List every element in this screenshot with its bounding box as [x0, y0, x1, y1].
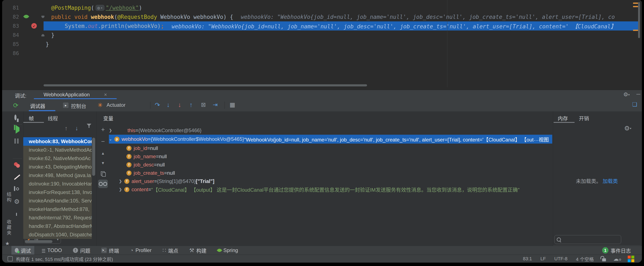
editor-horizontal-scrollbar[interactable] [44, 84, 367, 86]
code-line-86[interactable]: 86 [2, 49, 642, 58]
stack-frame[interactable]: invoke0:-1, NativeMethodAc [23, 146, 92, 154]
toolwindow-terminal[interactable]: >_ 终端 [98, 246, 122, 255]
step-into-icon[interactable]: ↓ [166, 101, 170, 108]
variable-row-content[interactable]: ❯ f content = "【CloudCanal】 【output】 这是一… [109, 185, 551, 194]
code-line-83[interactable]: 83 ✔ System.out.println(webhookVo); webh… [2, 21, 642, 31]
caret-position[interactable]: 83:1 [523, 256, 532, 261]
variable-row-job-id[interactable]: f job_id = null [109, 144, 551, 152]
memory-snapshot-camera-icon[interactable] [14, 187, 15, 191]
toolwindow-endpoints[interactable]: ∷ 端点 [159, 246, 182, 255]
duplicate-icon[interactable] [98, 169, 108, 178]
stack-frame[interactable]: handleInternal:792, Request [23, 213, 92, 222]
close-session-icon[interactable]: × [104, 92, 107, 98]
cloud-config-icon[interactable]: ☁⚙ [613, 256, 622, 262]
load-classes-link[interactable]: 加载类 [602, 178, 618, 184]
line-separator[interactable]: LF [540, 256, 546, 261]
variable-row-job-desc[interactable]: f job_desc = null [109, 161, 551, 169]
pause-icon[interactable] [14, 139, 18, 144]
show-watches-toggle-icon[interactable] [98, 180, 108, 188]
tab-actuator[interactable]: Actuator [106, 102, 125, 108]
stripe-structure[interactable]: 结构 [5, 192, 12, 203]
frames-horizontal-scrollbar[interactable] [25, 240, 52, 243]
stack-frame[interactable]: handle:87, AbstractHandlerM [23, 222, 92, 230]
fold-marker-icon[interactable] [42, 16, 44, 18]
step-out-icon[interactable]: ↑ [190, 101, 192, 108]
remove-watch-icon[interactable]: − [98, 137, 108, 146]
code-line-82[interactable]: 82 public void webhook(@RequestBody Webh… [2, 12, 642, 21]
view-value-link[interactable]: 视图 [539, 136, 549, 143]
background-tasks-icon[interactable] [8, 256, 13, 261]
build-status-message[interactable]: 构建在 1 sec, 515 ms内成功完成 (23 分钟之前) [16, 255, 113, 262]
memory-search-box[interactable] [554, 235, 621, 244]
tab-overhead[interactable]: 开销 [579, 114, 589, 122]
stack-frame[interactable]: invokeHandlerMethod:878, [23, 205, 92, 213]
restore-layout-icon[interactable]: ❏ [632, 101, 637, 108]
variable-row-webhookvo[interactable]: ⌄ p webhookVo = {WebhookController$Webho… [109, 135, 552, 144]
event-log-button[interactable]: 1 事件日志 [599, 246, 634, 255]
stack-frame[interactable]: invoke:43, DelegatingMetho [23, 163, 92, 171]
code-line-81[interactable]: 81 @PostMapping(◎​▾"/webhook") [2, 3, 642, 12]
toolwindow-build[interactable]: ⚒ 构建 [186, 246, 210, 255]
indent-setting[interactable]: 4 个空格 [576, 255, 594, 262]
code-editor[interactable]: 81 @PostMapping(◎​▾"/webhook") 82 public… [2, 0, 642, 90]
stack-frame[interactable]: doDispatch:1040, Dispatche [23, 230, 92, 239]
toolwindow-spring[interactable]: Spring [214, 246, 242, 255]
hide-toolwindow-icon[interactable]: ─ [636, 91, 640, 97]
add-watch-icon[interactable]: + [98, 125, 108, 134]
rerun-icon[interactable]: ⟳ [13, 102, 18, 109]
debug-body: ⚙ 帧 线程 ✔ "ht...... ▾ ↑ ↓ webhook:83, Web… [2, 111, 642, 246]
frame-down-icon[interactable]: ↓ [75, 125, 78, 132]
code-line-84[interactable]: 84 } [2, 31, 642, 40]
file-encoding[interactable]: UTF-8 [554, 256, 568, 261]
chevron-right-icon[interactable]: ❯ [109, 128, 114, 133]
settings-gear-icon[interactable]: ⚙▾ [623, 91, 630, 98]
stack-frame[interactable]: invokeAndHandle:105, Servl [23, 197, 92, 205]
memory-settings-gear-icon[interactable]: ⚙▾ [624, 124, 631, 132]
ms-colored-squares-icon[interactable] [628, 256, 634, 262]
fold-marker-icon[interactable] [42, 34, 44, 36]
resume-icon[interactable] [14, 127, 20, 131]
stack-frame[interactable]: doInvoke:190, InvocableHan [23, 180, 92, 188]
session-tab[interactable]: WebhookApplication [44, 92, 90, 98]
chevron-right-icon[interactable]: ❯ [119, 187, 124, 192]
breakpoint-icon[interactable]: ✔ [31, 23, 37, 29]
evaluate-expression-icon[interactable]: ▦ [230, 101, 235, 108]
tab-threads[interactable]: 线程 [48, 114, 58, 122]
url-mapping-inlay-icon[interactable]: ◎​▾ [96, 5, 104, 11]
toolwindow-problems[interactable]: ! 问题 [70, 246, 94, 255]
filter-funnel-icon[interactable] [87, 126, 91, 130]
stack-frame[interactable]: invoke:498, Method (java.la [23, 171, 92, 180]
tab-console[interactable]: 控制台 [71, 102, 86, 109]
stack-frame[interactable]: invoke:62, NativeMethodAc [23, 154, 92, 163]
frames-vertical-scrollbar[interactable] [92, 138, 95, 176]
frame-up-icon[interactable]: ↑ [65, 125, 68, 132]
move-up-icon[interactable]: ▲ [98, 149, 108, 158]
editor-vertical-scrollbar[interactable] [638, 2, 640, 38]
chevron-right-icon[interactable]: ❯ [119, 179, 124, 184]
toolwindow-debug[interactable]: 调试 [12, 246, 34, 255]
spring-mapping-icon[interactable] [24, 14, 28, 20]
variable-row-job-name[interactable]: f job_name = null [109, 152, 551, 161]
move-down-icon[interactable]: ▼ [98, 158, 108, 168]
unlock-icon[interactable] [602, 258, 606, 261]
stripe-favorites[interactable]: 收藏夹 [5, 219, 12, 236]
toolwindow-todo[interactable]: TODO [38, 246, 65, 255]
tab-memory[interactable]: 内存 [558, 114, 568, 122]
chevron-down-icon[interactable]: ⌄ [109, 137, 114, 142]
stack-frame-selected[interactable]: webhook:83, WebhookCont [23, 137, 92, 146]
run-to-cursor-icon[interactable]: ⇥ [213, 101, 218, 108]
force-step-into-icon[interactable]: ↓ [178, 101, 181, 108]
wrench-settings-icon[interactable] [14, 116, 16, 119]
step-over-icon[interactable]: ↷ [155, 101, 160, 109]
tab-debugger[interactable]: 调试器 [30, 102, 45, 109]
stack-frame[interactable]: invokeForRequest:138, Invo [23, 188, 92, 197]
toolwindow-profiler[interactable]: ◔ Profiler [127, 246, 155, 255]
variable-row-alert-user[interactable]: ❯ f alert_user = {String[1]@5470} ["Tria… [109, 177, 551, 185]
debugger-settings-gear-icon[interactable]: ⚙ [14, 198, 20, 205]
code-line-85[interactable]: 85 } [2, 40, 642, 49]
variable-row-this[interactable]: ❯ this = {WebhookController@5466} [109, 126, 551, 135]
tab-frames[interactable]: 帧 [29, 114, 34, 122]
memory-search-input[interactable] [562, 236, 616, 242]
variable-row-job-create-ts[interactable]: f job_create_ts = null [109, 169, 551, 177]
drop-frame-icon[interactable]: ⊠ [201, 101, 206, 108]
